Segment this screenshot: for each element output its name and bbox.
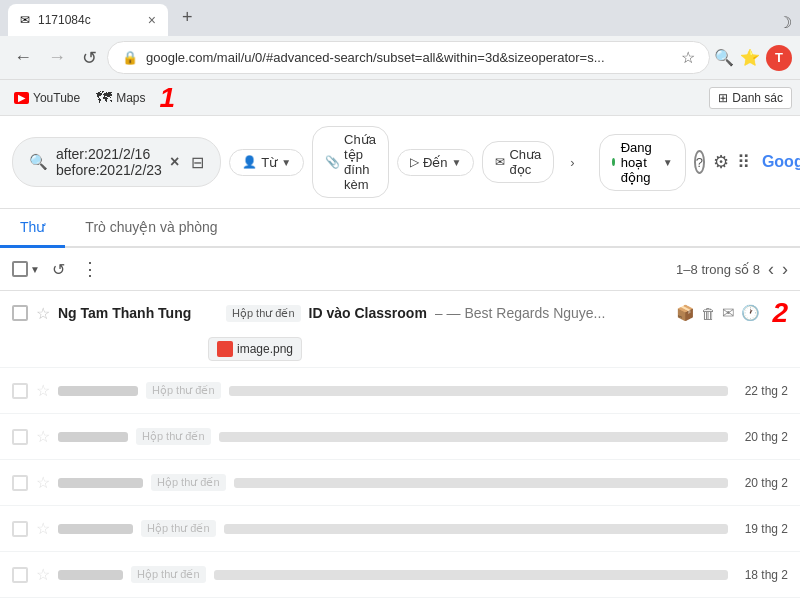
email-row-5[interactable]: ☆ Hộp thư đến 19 thg 2 (0, 506, 800, 552)
search-box[interactable]: 🔍 after:2021/2/16 before:2021/2/23 × ⊟ (12, 137, 221, 187)
select-all-checkbox-area[interactable]: ▼ (12, 261, 40, 277)
sender-1: Ng Tam Thanh Tung (58, 305, 218, 321)
extension-icon-1[interactable]: 🔍 (714, 48, 734, 67)
star-icon-3[interactable]: ☆ (36, 427, 50, 446)
attachment-chip-1[interactable]: image.png (208, 337, 302, 361)
star-icon-6[interactable]: ☆ (36, 565, 50, 584)
more-options-icon[interactable]: ⋮ (77, 254, 103, 284)
address-bar[interactable]: 🔒 google.com/mail/u/0/#advanced-search/s… (107, 41, 710, 74)
step-1-badge: 1 (160, 84, 176, 112)
select-all-checkbox[interactable] (12, 261, 28, 277)
email-checkbox-5[interactable] (12, 521, 28, 537)
google-logo: Google (762, 153, 800, 171)
email-row-6[interactable]: ☆ Hộp thư đến 18 thg 2 (0, 552, 800, 598)
attachment-img-icon (217, 341, 233, 357)
subject-rest-1: – — Best Regards Nguye... (435, 305, 669, 321)
tab-tro-chuyen-label: Trò chuyện và phòng (85, 219, 217, 235)
browser-chrome: ✉ 1171084c × + ☽ ← → ↺ 🔒 google.com/mail… (0, 0, 800, 116)
search-tune-icon[interactable]: ⊟ (191, 153, 204, 172)
active-tab[interactable]: ✉ 1171084c × (8, 4, 168, 36)
avatar[interactable]: T (766, 45, 792, 71)
extension-icon-2[interactable]: ⭐ (740, 48, 760, 67)
email-row-1[interactable]: ☆ Ng Tam Thanh Tung Hộp thư đến ID vào C… (0, 291, 800, 368)
tab-bar: ✉ 1171084c × + ☽ (0, 0, 800, 36)
mark-read-icon-1[interactable]: ✉ (722, 304, 735, 322)
filter-more[interactable]: › (562, 150, 582, 175)
filter-to[interactable]: ▷ Đến ▼ (397, 149, 475, 176)
danh-sac-label: Danh sác (732, 91, 783, 105)
star-icon-5[interactable]: ☆ (36, 519, 50, 538)
youtube-icon: ▶ (14, 92, 29, 104)
email-action-icons-1: 📦 🗑 ✉ 🕐 (676, 304, 760, 322)
inbox-label-3: Hộp thư đến (136, 428, 211, 445)
inbox-label-1: Hộp thư đến (226, 305, 301, 322)
filter-from-icon: 👤 (242, 155, 257, 169)
email-checkbox-4[interactable] (12, 475, 28, 491)
search-icon: 🔍 (29, 153, 48, 171)
apps-icon[interactable]: ⠿ (737, 151, 750, 173)
star-icon-1[interactable]: ☆ (36, 304, 50, 323)
date-2: 22 thg 2 (736, 384, 788, 398)
lock-icon: 🔒 (122, 50, 138, 65)
new-tab-button[interactable]: + (174, 3, 201, 32)
maps-label: Maps (116, 91, 145, 105)
date-3: 20 thg 2 (736, 430, 788, 444)
refresh-button[interactable]: ↺ (76, 43, 103, 73)
email-checkbox-1[interactable] (12, 305, 28, 321)
gmail-container: 🔍 after:2021/2/16 before:2021/2/23 × ⊟ 👤… (0, 116, 800, 600)
email-checkbox-2[interactable] (12, 383, 28, 399)
tab-close[interactable]: × (148, 12, 156, 28)
subject-4 (234, 478, 728, 488)
prev-page-icon[interactable]: ‹ (768, 259, 774, 280)
inbox-label-2: Hộp thư đến (146, 382, 221, 399)
chevron-down-icon-2: ▼ (452, 157, 462, 168)
tab-tro-chuyen[interactable]: Trò chuyện và phòng (65, 209, 237, 248)
pagination-text: 1–8 trong số 8 (676, 262, 760, 277)
email-row-3[interactable]: ☆ Hộp thư đến 20 thg 2 (0, 414, 800, 460)
browser-extension-icon: ☽ (778, 13, 792, 32)
email-row-4[interactable]: ☆ Hộp thư đến 20 thg 2 (0, 460, 800, 506)
email-row-2[interactable]: ☆ Hộp thư đến 22 thg 2 (0, 368, 800, 414)
filter-from[interactable]: 👤 Từ ▼ (229, 149, 304, 176)
filter-attachment[interactable]: 📎 Chứa tệp đính kèm (312, 126, 389, 198)
active-dot (612, 158, 615, 166)
sender-2 (58, 386, 138, 396)
tab-thu[interactable]: Thư (0, 209, 65, 248)
filter-unread[interactable]: ✉ Chưa đọc (482, 141, 554, 183)
next-page-icon[interactable]: › (782, 259, 788, 280)
help-icon[interactable]: ? (694, 150, 705, 174)
maps-icon: 🗺 (96, 89, 112, 107)
filter-from-label: Từ (261, 155, 277, 170)
delete-icon-1[interactable]: 🗑 (701, 305, 716, 322)
email-checkbox-6[interactable] (12, 567, 28, 583)
star-icon-4[interactable]: ☆ (36, 473, 50, 492)
email-list: ☆ Ng Tam Thanh Tung Hộp thư đến ID vào C… (0, 291, 800, 600)
settings-icon[interactable]: ⚙ (713, 151, 729, 173)
grid-icon: ⊞ (718, 91, 728, 105)
forward-button[interactable]: → (42, 43, 72, 72)
filter-attachment-label: Chứa tệp đính kèm (344, 132, 376, 192)
bookmark-maps[interactable]: 🗺 Maps (90, 85, 151, 111)
sender-5 (58, 524, 133, 534)
subject-2 (229, 386, 728, 396)
back-button[interactable]: ← (8, 43, 38, 72)
search-query: after:2021/2/16 before:2021/2/23 (56, 146, 162, 178)
star-icon-2[interactable]: ☆ (36, 381, 50, 400)
tab-thu-label: Thư (20, 219, 45, 235)
sender-4 (58, 478, 143, 488)
bookmark-star-icon[interactable]: ☆ (681, 48, 695, 67)
search-clear-icon[interactable]: × (170, 153, 179, 171)
bookmark-youtube[interactable]: ▶ YouTube (8, 87, 86, 109)
refresh-icon[interactable]: ↺ (48, 256, 69, 283)
active-status-button[interactable]: Đang hoạt động ▼ (599, 134, 686, 191)
snooze-icon-1[interactable]: 🕐 (741, 304, 760, 322)
danh-sac-button[interactable]: ⊞ Danh sác (709, 87, 792, 109)
attachment-icon: 📎 (325, 155, 340, 169)
attachment-name: image.png (237, 342, 293, 356)
email-checkbox-3[interactable] (12, 429, 28, 445)
filter-unread-label: Chưa đọc (509, 147, 541, 177)
chevron-down-icon: ▼ (281, 157, 291, 168)
inbox-label-5: Hộp thư đến (141, 520, 216, 537)
select-dropdown-arrow[interactable]: ▼ (30, 264, 40, 275)
archive-icon-1[interactable]: 📦 (676, 304, 695, 322)
